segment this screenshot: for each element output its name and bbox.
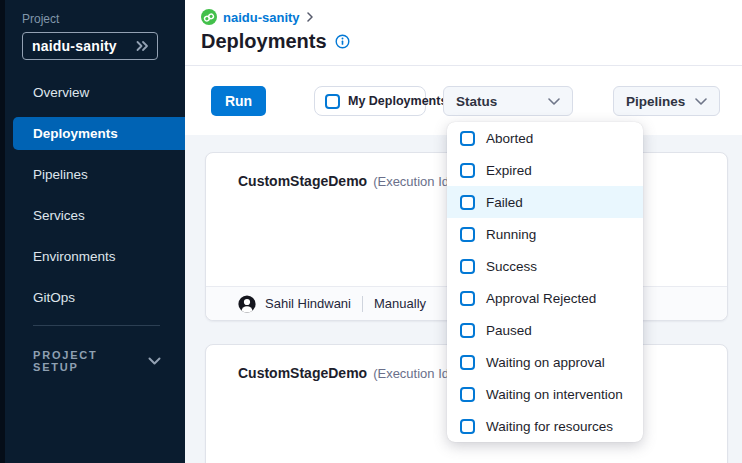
sidebar-item-label: Services [33, 208, 85, 223]
pipeline-name: CustomStageDemo [238, 173, 367, 189]
sidebar-item-label: Pipelines [33, 167, 88, 182]
checkbox[interactable] [460, 387, 475, 402]
double-chevron-right-icon [135, 40, 149, 52]
status-option-waiting-for-resources[interactable]: Waiting for resources [447, 410, 643, 442]
status-option-approval-rejected[interactable]: Approval Rejected [447, 282, 643, 314]
sidebar-item-label: Overview [33, 85, 89, 100]
status-option-label: Running [486, 227, 536, 242]
pipeline-name: CustomStageDemo [238, 365, 367, 381]
project-setup-toggle[interactable]: PROJECT SETUP [33, 349, 161, 373]
checkbox[interactable] [460, 355, 475, 370]
checkbox[interactable] [460, 323, 475, 338]
chevron-down-icon [148, 357, 161, 365]
sidebar-item-label: Environments [33, 249, 116, 264]
status-option-waiting-on-approval[interactable]: Waiting on approval [447, 346, 643, 378]
status-filter-dropdown[interactable]: Status [443, 86, 573, 116]
project-name: naidu-sanity [32, 38, 117, 54]
status-option-failed[interactable]: Failed [447, 186, 643, 218]
sidebar-nav: Overview Deployments Pipelines Services … [0, 76, 185, 314]
trigger-type: Manually [374, 296, 426, 311]
status-filter-label: Status [456, 94, 497, 109]
execution-id-note: (Execution Id [373, 366, 449, 381]
cd-module-icon [201, 9, 217, 25]
run-button[interactable]: Run [211, 86, 266, 116]
execution-id-note: (Execution Id [373, 174, 449, 189]
status-option-label: Waiting for resources [486, 419, 613, 434]
chevron-down-icon [695, 98, 707, 105]
checkbox[interactable] [460, 195, 475, 210]
sidebar-item-services[interactable]: Services [13, 199, 185, 232]
project-label: Project [22, 12, 59, 26]
status-option-label: Waiting on intervention [486, 387, 623, 402]
pipelines-filter-dropdown[interactable]: Pipelines [613, 86, 720, 116]
sidebar-divider [33, 325, 160, 326]
avatar [238, 295, 256, 313]
my-deployments-label: My Deployments [348, 94, 447, 108]
status-option-expired[interactable]: Expired [447, 154, 643, 186]
sidebar-item-label: GitOps [33, 290, 75, 305]
status-option-success[interactable]: Success [447, 250, 643, 282]
title-row: Deployments [201, 30, 350, 53]
checkbox[interactable] [460, 227, 475, 242]
sidebar-item-deployments[interactable]: Deployments [13, 117, 185, 150]
status-option-label: Aborted [486, 131, 533, 146]
status-option-label: Waiting on approval [486, 355, 605, 370]
status-option-running[interactable]: Running [447, 218, 643, 250]
page-title: Deployments [201, 30, 327, 53]
status-option-label: Paused [486, 323, 532, 338]
status-option-label: Approval Rejected [486, 291, 596, 306]
checkbox[interactable] [460, 259, 475, 274]
checkbox[interactable] [460, 291, 475, 306]
project-setup-label: PROJECT SETUP [33, 349, 148, 373]
status-option-label: Success [486, 259, 537, 274]
my-deployments-checkbox[interactable] [325, 94, 340, 109]
sidebar-item-label: Deployments [33, 126, 118, 141]
status-option-aborted[interactable]: Aborted [447, 122, 643, 154]
sidebar-item-gitops[interactable]: GitOps [13, 281, 185, 314]
status-option-label: Failed [486, 195, 523, 210]
sidebar-item-environments[interactable]: Environments [13, 240, 185, 273]
breadcrumb: naidu-sanity [201, 9, 314, 25]
project-sidebar: Project naidu-sanity Overview Deployment… [0, 0, 185, 463]
checkbox[interactable] [460, 131, 475, 146]
footer-divider [362, 296, 363, 312]
checkbox[interactable] [460, 419, 475, 434]
pipelines-filter-label: Pipelines [626, 94, 685, 109]
chevron-down-icon [548, 98, 560, 105]
sidebar-item-overview[interactable]: Overview [13, 76, 185, 109]
checkbox[interactable] [460, 163, 475, 178]
chevron-right-icon [306, 12, 314, 22]
status-filter-menu: Aborted Expired Failed Running Success A… [447, 122, 643, 442]
status-option-label: Expired [486, 163, 532, 178]
page-header: naidu-sanity Deployments [185, 0, 742, 66]
breadcrumb-project-link[interactable]: naidu-sanity [223, 10, 300, 25]
sidebar-item-pipelines[interactable]: Pipelines [13, 158, 185, 191]
status-option-waiting-on-intervention[interactable]: Waiting on intervention [447, 378, 643, 410]
my-deployments-filter[interactable]: My Deployments [314, 86, 426, 116]
app-window: Project naidu-sanity Overview Deployment… [0, 0, 742, 463]
info-icon[interactable] [335, 34, 350, 49]
project-selector[interactable]: naidu-sanity [22, 32, 158, 60]
triggered-by: Sahil Hindwani [265, 296, 351, 311]
status-option-paused[interactable]: Paused [447, 314, 643, 346]
